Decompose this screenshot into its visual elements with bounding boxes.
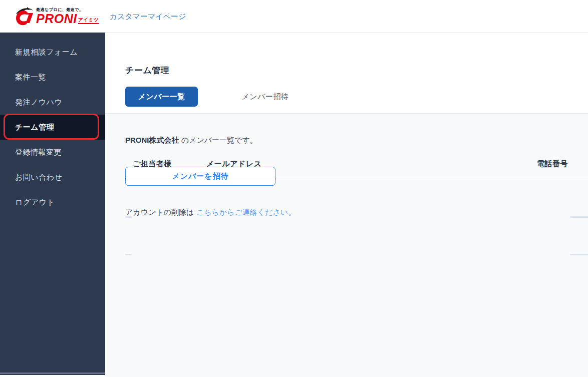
account-delete-note: アカウントの削除は こちらからご連絡ください。 bbox=[125, 208, 296, 217]
account-delete-link[interactable]: こちらからご連絡ください。 bbox=[196, 208, 296, 216]
account-delete-prefix: アカウントの削除は bbox=[125, 208, 196, 216]
page-title: チーム管理 bbox=[125, 65, 169, 76]
empty-cell-placeholder bbox=[125, 216, 132, 218]
sidebar-item-label: 発注ノウハウ bbox=[15, 98, 62, 107]
sidebar-item-label: 登録情報変更 bbox=[15, 148, 62, 157]
tab-member-list[interactable]: メンバー一覧 bbox=[125, 87, 198, 107]
sidebar-item-team-management[interactable]: チーム管理 bbox=[0, 115, 105, 140]
sidebar-item-label: 案件一覧 bbox=[15, 73, 46, 82]
logo[interactable]: 最適なプロに、最速で。 PRONI アイミツ bbox=[14, 6, 99, 27]
logo-brand-text: PRONI bbox=[36, 13, 77, 25]
page-header-section: チーム管理 メンバー一覧 メンバー招待 bbox=[105, 33, 588, 114]
sidebar-bottom-edge bbox=[0, 372, 105, 374]
empty-cell-placeholder bbox=[570, 254, 588, 255]
invite-member-button-label: メンバーを招待 bbox=[172, 172, 228, 181]
column-header-phone: 電話番号 bbox=[537, 159, 568, 169]
company-name: PRONI株式会社 bbox=[125, 136, 179, 144]
column-header-contact-person: ご担当者様 bbox=[133, 159, 172, 169]
sidebar-nav: 新規相談フォーム 案件一覧 発注ノウハウ チーム管理 登録情報変更 お問い合わせ… bbox=[0, 33, 105, 215]
company-caption-suffix: のメンバー一覧です。 bbox=[179, 136, 257, 144]
page-label: カスタマーマイページ bbox=[110, 12, 186, 22]
tab-bar: メンバー一覧 メンバー招待 bbox=[125, 87, 302, 107]
logo-brand-subtext: アイミツ bbox=[78, 18, 99, 24]
main-content: チーム管理 メンバー一覧 メンバー招待 PRONI株式会社 のメンバー一覧です。… bbox=[105, 33, 588, 377]
sidebar: 新規相談フォーム 案件一覧 発注ノウハウ チーム管理 登録情報変更 お問い合わせ… bbox=[0, 33, 105, 375]
sidebar-item-contact[interactable]: お問い合わせ bbox=[0, 165, 105, 190]
sidebar-item-registration-info[interactable]: 登録情報変更 bbox=[0, 140, 105, 165]
sidebar-item-label: ログアウト bbox=[15, 198, 55, 207]
empty-cell-placeholder bbox=[570, 216, 588, 218]
sidebar-item-label: チーム管理 bbox=[15, 123, 54, 132]
tab-label: メンバー一覧 bbox=[138, 92, 185, 102]
sidebar-item-label: お問い合わせ bbox=[15, 173, 62, 182]
invite-member-button[interactable]: メンバーを招待 bbox=[125, 167, 275, 186]
tab-member-invite[interactable]: メンバー招待 bbox=[229, 87, 302, 107]
sidebar-item-project-list[interactable]: 案件一覧 bbox=[0, 65, 105, 90]
top-header: 最適なプロに、最速で。 PRONI アイミツ カスタマーマイページ bbox=[0, 0, 588, 33]
proni-logo-icon bbox=[14, 7, 34, 27]
company-member-list-caption: PRONI株式会社 のメンバー一覧です。 bbox=[125, 136, 257, 145]
tab-label: メンバー招待 bbox=[241, 92, 288, 102]
empty-cell-placeholder bbox=[125, 254, 132, 255]
table-header-divider bbox=[125, 179, 588, 179]
sidebar-item-logout[interactable]: ログアウト bbox=[0, 190, 105, 215]
logo-text: 最適なプロに、最速で。 PRONI アイミツ bbox=[36, 8, 99, 25]
sidebar-item-label: 新規相談フォーム bbox=[15, 48, 78, 57]
sidebar-item-ordering-knowhow[interactable]: 発注ノウハウ bbox=[0, 90, 105, 115]
column-header-email: メールアドレス bbox=[206, 159, 262, 169]
sidebar-item-new-consultation-form[interactable]: 新規相談フォーム bbox=[0, 40, 105, 65]
